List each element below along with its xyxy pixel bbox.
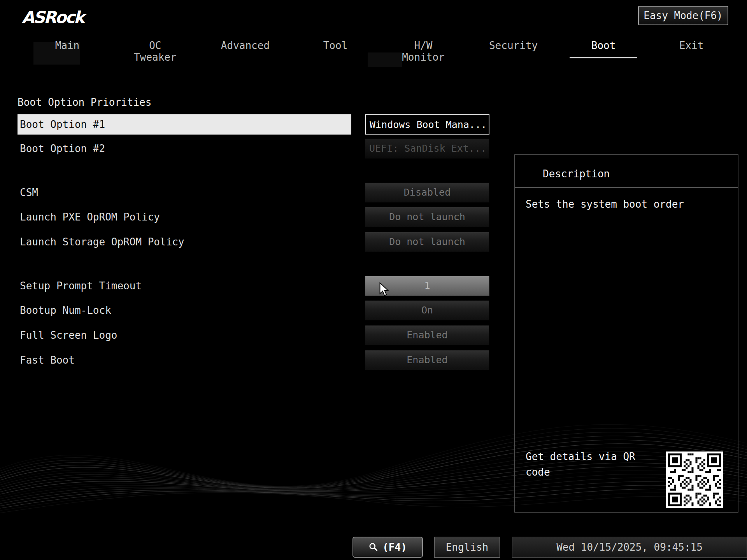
setting-row: Launch PXE OpROM Policy Do not launch [18,207,490,227]
nav-tabs: Main OC Tweaker Advanced Tool H/W Monito… [23,37,735,68]
setting-row: Fast Boot Enabled [18,350,490,370]
storage-oprom-label[interactable]: Launch Storage OpROM Policy [18,232,351,252]
setup-prompt-timeout-label[interactable]: Setup Prompt Timeout [18,276,351,296]
qr-code-icon [666,452,723,508]
bootup-numlock-label[interactable]: Bootup Num-Lock [18,300,351,320]
setting-row: Boot Option #1 Windows Boot Mana... [18,114,490,135]
tab-hw-monitor[interactable]: H/W Monitor [379,37,467,68]
tab-main[interactable]: Main [23,37,111,68]
bios-screen: ASRock Easy Mode(F6) Main OC Tweaker Adv… [0,0,747,560]
description-body: Sets the system boot order [526,198,738,210]
fast-boot-label[interactable]: Fast Boot [18,350,351,370]
pxe-oprom-value[interactable]: Do not launch [365,207,489,227]
search-icon [368,542,379,552]
csm-value[interactable]: Disabled [365,182,489,203]
boot-option-1-label[interactable]: Boot Option #1 [18,114,351,135]
easy-mode-button[interactable]: Easy Mode(F6) [638,6,728,25]
tab-oc-tweaker[interactable]: OC Tweaker [111,37,199,68]
bootup-numlock-value[interactable]: On [365,300,489,320]
section-title: Boot Option Priorities [18,96,151,108]
tab-advanced[interactable]: Advanced [199,37,291,68]
boot-option-2-label[interactable]: Boot Option #2 [18,138,351,159]
search-hotkey-label: (F4) [382,541,407,553]
description-panel: Description Sets the system boot order G… [514,154,738,513]
boot-option-1-value[interactable]: Windows Boot Mana... [365,114,489,135]
tab-security[interactable]: Security [467,37,559,68]
tab-boot[interactable]: Boot [559,37,647,68]
qr-caption: Get details via QR code [526,449,650,480]
language-button[interactable]: English [434,537,500,558]
description-title: Description [543,168,738,180]
fast-boot-value[interactable]: Enabled [365,350,489,370]
setting-row: Launch Storage OpROM Policy Do not launc… [18,232,490,252]
boot-option-2-value[interactable]: UEFI: SanDisk Ext... [365,138,489,159]
mouse-cursor-icon [378,282,391,296]
csm-label[interactable]: CSM [18,182,351,203]
full-screen-logo-label[interactable]: Full Screen Logo [18,325,351,345]
datetime-display: Wed 10/15/2025, 09:45:15 [512,537,747,558]
storage-oprom-value[interactable]: Do not launch [365,232,489,252]
search-button[interactable]: (F4) [352,537,423,558]
description-divider [515,187,738,188]
tab-exit[interactable]: Exit [647,37,735,68]
setting-row: Full Screen Logo Enabled [18,325,490,345]
setting-row: Bootup Num-Lock On [18,300,490,320]
setting-row: CSM Disabled [18,182,490,203]
setting-row: Boot Option #2 UEFI: SanDisk Ext... [18,138,490,159]
asrock-logo: ASRock [22,8,84,27]
full-screen-logo-value[interactable]: Enabled [365,325,489,345]
tab-tool[interactable]: Tool [291,37,379,68]
setting-row: Setup Prompt Timeout 1 [18,276,490,296]
pxe-oprom-label[interactable]: Launch PXE OpROM Policy [18,207,351,227]
